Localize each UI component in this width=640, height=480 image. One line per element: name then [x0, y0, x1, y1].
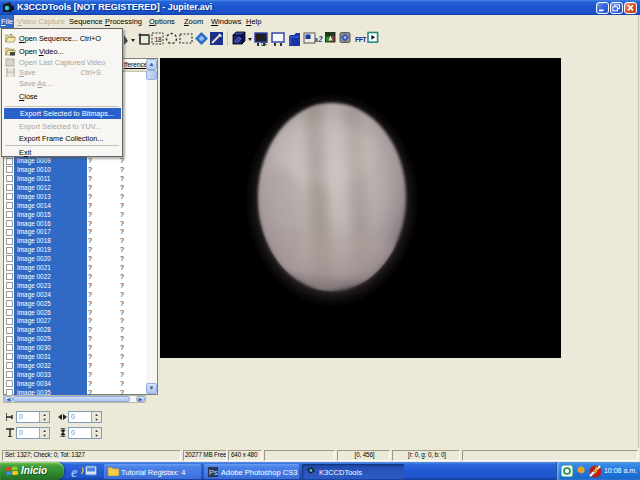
svg-text:FFT: FFT: [355, 36, 367, 43]
svg-text:Ps: Ps: [209, 468, 218, 477]
svg-text:18: 18: [155, 36, 163, 43]
svg-text:e: e: [71, 465, 78, 478]
svg-text:x2: x2: [314, 35, 323, 44]
svg-text:DF: DF: [261, 41, 268, 47]
